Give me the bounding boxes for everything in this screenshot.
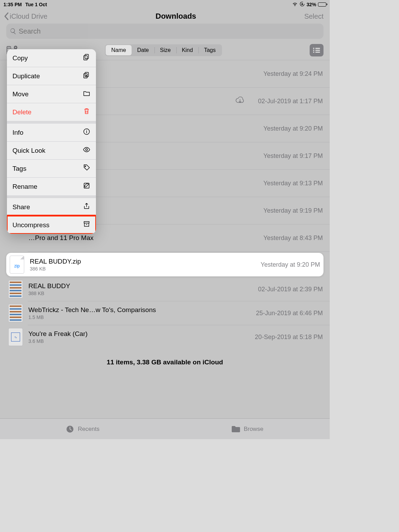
search-field[interactable] <box>6 24 323 39</box>
status-time: 1:35 PM <box>3 2 22 7</box>
file-row[interactable]: ∿You're a Freak (Car)3.6 MB20-Sep-2019 a… <box>0 325 330 349</box>
sort-kind[interactable]: Kind <box>176 45 198 55</box>
menu-label: Rename <box>12 183 37 190</box>
menu-quick-look[interactable]: Quick Look <box>7 141 96 159</box>
select-button[interactable]: Select <box>304 12 323 20</box>
file-size: 388 KB <box>28 291 254 296</box>
menu-rename[interactable]: Rename <box>7 177 96 195</box>
file-row[interactable]: WebTrickz - Tech Ne…w To's, Comparisons1… <box>0 301 330 325</box>
file-thumb <box>8 280 23 298</box>
file-thumb: ∿ <box>8 328 23 346</box>
menu-duplicate[interactable]: Duplicate <box>7 67 96 85</box>
nav-bar: iCloud Drive Downloads Select <box>0 8 330 24</box>
file-row[interactable]: REAL BUDDY388 KB02-Jul-2019 at 2:39 PM <box>0 277 330 301</box>
file-thumb: zip <box>10 256 24 274</box>
back-button[interactable]: iCloud Drive <box>3 12 47 20</box>
menu-delete[interactable]: Delete <box>7 103 96 121</box>
tab-bar: Recents Browse <box>0 418 330 439</box>
svg-rect-9 <box>85 54 88 59</box>
archive-icon <box>83 220 90 230</box>
svg-rect-11 <box>85 72 88 77</box>
file-thumb <box>8 304 23 322</box>
svg-point-14 <box>86 149 88 151</box>
file-date: Yesterday at 9:13 PM <box>264 180 323 187</box>
back-label: iCloud Drive <box>10 12 47 20</box>
sort-segmented: NameDateSizeKindTags <box>105 44 222 56</box>
rename-icon <box>83 182 90 191</box>
svg-point-2 <box>313 48 314 49</box>
file-name: REAL BUDDY <box>28 282 254 290</box>
menu-share[interactable]: Share <box>7 198 96 216</box>
file-date: 02-Jul-2019 at 1:17 PM <box>258 98 323 105</box>
menu-move[interactable]: Move <box>7 85 96 103</box>
menu-info[interactable]: Info <box>7 124 96 141</box>
file-date: Yesterday at 9:17 PM <box>264 152 323 160</box>
svg-rect-7 <box>315 52 320 53</box>
cloud-download-icon[interactable] <box>235 97 245 106</box>
search-input[interactable] <box>19 27 320 35</box>
menu-label: Move <box>12 90 28 98</box>
sort-name[interactable]: Name <box>106 45 132 55</box>
file-date: Yesterday at 9:20 PM <box>264 125 323 132</box>
menu-label: Tags <box>12 165 26 172</box>
menu-label: Uncompress <box>12 221 50 229</box>
svg-point-4 <box>313 50 314 51</box>
sort-size[interactable]: Size <box>154 45 176 55</box>
tab-recents-label: Recents <box>78 426 99 433</box>
battery-icon <box>318 2 326 7</box>
menu-uncompress[interactable]: Uncompress <box>7 216 96 234</box>
status-date: Tue 1 Oct <box>25 2 47 7</box>
menu-tags[interactable]: Tags <box>7 159 96 177</box>
file-size: 386 KB <box>30 266 257 272</box>
file-date: Yesterday at 8:43 PM <box>264 234 323 242</box>
trash-icon <box>83 107 90 117</box>
footer-summary: 11 items, 3.38 GB available on iCloud <box>0 349 330 374</box>
file-name: REAL BUDDY.zip <box>30 258 257 265</box>
file-size: 3.6 MB <box>28 338 251 344</box>
svg-point-15 <box>85 166 86 167</box>
orientation-lock-icon <box>300 1 305 8</box>
menu-label: Delete <box>12 108 32 116</box>
sort-tags[interactable]: Tags <box>198 45 221 55</box>
menu-label: Duplicate <box>12 72 40 80</box>
search-icon <box>10 28 17 35</box>
tab-recents[interactable]: Recents <box>0 419 165 439</box>
file-date: Yesterday at 9:19 PM <box>264 207 323 214</box>
menu-copy[interactable]: Copy <box>7 49 96 67</box>
share-icon <box>83 202 90 212</box>
svg-rect-10 <box>84 55 87 60</box>
svg-rect-5 <box>315 50 320 51</box>
menu-label: Info <box>12 129 24 136</box>
view-list-button[interactable] <box>310 44 323 56</box>
menu-label: Copy <box>12 54 28 62</box>
file-date: 20-Sep-2019 at 5:18 PM <box>255 334 323 341</box>
file-date: 25-Jun-2019 at 6:46 PM <box>256 310 323 317</box>
svg-rect-3 <box>315 48 320 49</box>
wifi-icon <box>292 2 298 8</box>
sort-date[interactable]: Date <box>132 45 154 55</box>
tab-browse[interactable]: Browse <box>165 419 330 439</box>
info-icon <box>83 128 90 137</box>
context-menu: CopyDuplicateMoveDeleteInfoQuick LookTag… <box>7 49 96 234</box>
copy-icon <box>83 53 90 63</box>
file-name: WebTrickz - Tech Ne…w To's, Comparisons <box>28 306 252 314</box>
battery-percent: 32% <box>307 2 316 7</box>
svg-point-6 <box>313 52 314 53</box>
svg-rect-17 <box>84 222 89 223</box>
file-size: 1.5 MB <box>28 314 252 320</box>
menu-label: Share <box>12 203 30 211</box>
eye-icon <box>83 146 90 155</box>
file-name: …Pro and 11 Pro Max <box>28 234 259 242</box>
menu-label: Quick Look <box>12 147 45 154</box>
file-row[interactable]: zipREAL BUDDY.zip386 KBYesterday at 9:20… <box>6 253 323 276</box>
status-bar: 1:35 PM Tue 1 Oct 32% <box>0 0 330 8</box>
folder-icon <box>231 425 240 433</box>
chevron-left-icon <box>3 12 9 20</box>
file-name: You're a Freak (Car) <box>28 330 251 338</box>
file-date: Yesterday at 9:20 PM <box>261 261 320 268</box>
tag-icon <box>83 164 90 173</box>
folder-icon <box>83 89 90 99</box>
file-date: Yesterday at 9:24 PM <box>264 70 323 78</box>
clock-icon <box>65 425 74 433</box>
duplicate-icon <box>83 71 90 81</box>
